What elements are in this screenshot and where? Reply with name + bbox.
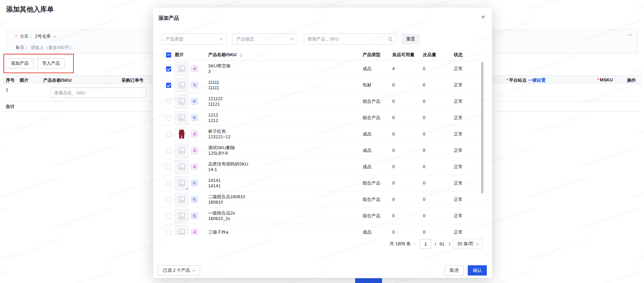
confirm-button[interactable]: 确认	[468, 265, 487, 276]
watermark-text: 2601261429 admin 222.240.44.51	[54, 143, 114, 168]
product-image-cell: 成	[175, 144, 208, 157]
product-type: 组合产品	[363, 98, 392, 105]
product-sku: 160810_2x	[208, 216, 361, 221]
product-name: 一级组合品2x	[208, 210, 361, 216]
col-status: 状态	[454, 52, 484, 58]
one-click-setup-link[interactable]: 一键设置	[528, 78, 546, 83]
product-name: 品类没有简码的SKU	[208, 161, 361, 167]
col-defect: 次品量	[423, 52, 454, 58]
product-name: 121122	[208, 96, 361, 101]
sort-icon[interactable]	[240, 53, 242, 57]
product-sku: 14141	[208, 183, 361, 189]
watermark-text: 2601261429 admin 222.240.44.51	[54, 269, 114, 283]
product-table-body: 成SKU带空格3成品40正常包1111111111包材00正常组12112211…	[161, 61, 484, 235]
watermark-text: 2601261429 admin 222.240.44.51	[0, 143, 9, 168]
good-available-qty: 0	[392, 197, 423, 202]
next-page-icon[interactable]	[447, 242, 451, 246]
product-status-select[interactable]: 产品状态	[232, 33, 298, 45]
action-bar: 添加产品 导入产品	[6, 58, 65, 68]
row-checkbox[interactable]	[166, 99, 171, 104]
product-image-cell: 成	[175, 160, 208, 174]
cancel-button[interactable]: 取消	[445, 265, 464, 276]
defect-qty: 0	[423, 131, 454, 137]
add-product-button[interactable]: 添加产品	[6, 58, 34, 68]
defect-qty: 0	[423, 82, 454, 88]
watermark-text: 2601261429 admin 222.240.44.51	[634, 175, 644, 200]
selected-products-dropdown[interactable]: 已选 2 个产品	[158, 265, 200, 276]
product-thumbnail	[175, 62, 188, 76]
row-select-cell	[161, 164, 175, 169]
chevron-down-icon	[476, 241, 479, 245]
product-type-badge: 组	[191, 98, 198, 105]
product-thumbnail	[175, 193, 188, 206]
row-select-cell	[161, 196, 175, 202]
modal-search-box[interactable]	[304, 33, 396, 45]
col-name-sku[interactable]: 产品名称/SKU	[208, 52, 363, 58]
import-product-button[interactable]: 导入产品	[37, 58, 65, 68]
row-checkbox[interactable]	[166, 83, 171, 88]
product-name: SKU带空格	[208, 63, 361, 69]
product-name: 14141	[208, 178, 361, 183]
col-seq: 序号	[6, 77, 15, 83]
row-select-cell	[161, 115, 175, 120]
row-checkbox[interactable]	[166, 132, 171, 137]
status-value: 正常	[454, 196, 484, 203]
prev-page-icon[interactable]	[414, 242, 417, 246]
product-name: 二级组合品160810	[208, 194, 361, 200]
product-search-input[interactable]	[50, 88, 146, 98]
scrollbar-thumb[interactable]	[481, 62, 483, 193]
product-type-select[interactable]: 产品类型	[161, 33, 227, 45]
table-row: 组一级组合品2x160810_2x组合产品00正常	[161, 208, 484, 224]
remark-input[interactable]	[31, 45, 139, 50]
watermark-text: 2601261429 admin 222.240.44.51	[634, 237, 644, 262]
selected-products-label: 已选 2 个产品	[163, 267, 190, 273]
row-checkbox[interactable]	[166, 230, 171, 235]
status-value: 正常	[454, 147, 484, 154]
row-checkbox[interactable]	[166, 164, 171, 170]
defect-qty: 0	[423, 99, 454, 104]
submit-button-partial[interactable]	[355, 278, 382, 283]
product-type-badge: 成	[191, 65, 198, 72]
row-checkbox[interactable]	[166, 66, 171, 72]
col-action: 操作	[627, 77, 636, 83]
product-type: 成品	[363, 164, 392, 170]
page-input[interactable]	[420, 239, 431, 249]
product-type-badge: 成	[191, 163, 198, 170]
defect-qty: 0	[423, 213, 454, 218]
col-image: 图片	[20, 77, 29, 83]
product-sku: 12SLBY-6	[208, 151, 361, 156]
table-row: 成测试SKU删除12SLBY-6成品00正常	[161, 142, 484, 159]
good-available-qty: 0	[392, 213, 423, 218]
required-mark: *	[507, 78, 508, 83]
row-select-cell	[161, 131, 175, 137]
required-mark: *	[15, 34, 17, 39]
watermark-text: 2601261429 admin 222.240.44.51	[0, 206, 9, 231]
row-seq: 1	[6, 87, 8, 92]
row-select-cell	[161, 98, 175, 104]
table-row: 成品类没有简码的SKU14-1成品00正常	[161, 159, 484, 175]
page-size-select[interactable]: 20 条/页	[453, 239, 482, 249]
defect-qty: 0	[423, 197, 454, 202]
defect-qty: 0	[423, 180, 454, 186]
product-type-badge: 组	[191, 180, 198, 186]
row-checkbox[interactable]	[166, 214, 171, 219]
chevron-down-icon	[192, 268, 196, 271]
chevron-down-icon	[53, 34, 56, 37]
good-available-qty: 0	[392, 115, 423, 120]
select-all-checkbox[interactable]	[166, 52, 171, 58]
product-thumbnail	[175, 111, 188, 125]
row-checkbox[interactable]	[166, 181, 171, 186]
status-value: 正常	[454, 180, 484, 186]
status-value: 正常	[454, 164, 484, 170]
row-checkbox[interactable]	[166, 197, 171, 202]
status-value: 正常	[454, 115, 484, 121]
reset-button[interactable]: 重置	[401, 33, 420, 45]
product-name-cell: SKU带空格3	[208, 63, 363, 74]
row-checkbox[interactable]	[166, 148, 171, 153]
modal-search-input[interactable]	[308, 36, 388, 42]
warehouse-select[interactable]: 2号仓库	[35, 33, 56, 40]
close-icon[interactable]: ✕	[479, 13, 487, 21]
warehouse-value: 2号仓库	[35, 33, 51, 40]
row-checkbox[interactable]	[166, 115, 171, 121]
defect-qty: 0	[423, 230, 454, 235]
